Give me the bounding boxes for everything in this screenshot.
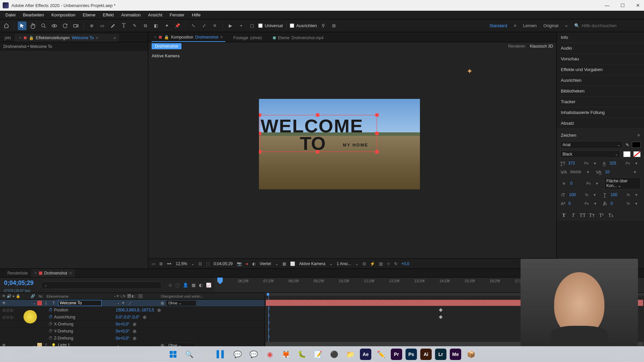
font-size-value[interactable]: 373: [568, 161, 582, 166]
stroke-color-swatch[interactable]: [623, 151, 631, 157]
footage-tab[interactable]: Footage (ohne): [231, 34, 265, 42]
taskbar-app[interactable]: 📝: [312, 348, 324, 361]
panel-menu-icon[interactable]: ≡: [637, 133, 640, 138]
stopwatch-icon[interactable]: ⏱: [49, 322, 53, 326]
fill-color-swatch[interactable]: [632, 142, 641, 148]
exposure-reset-icon[interactable]: ↻: [394, 261, 397, 266]
mask-icon[interactable]: 👓: [167, 261, 172, 266]
keyframe[interactable]: [439, 315, 442, 319]
pickwhip-icon[interactable]: ◎: [143, 315, 146, 319]
taskbar-app[interactable]: ▌▌: [215, 348, 228, 361]
vscale-value[interactable]: 100: [569, 192, 582, 197]
menu-effekt[interactable]: Effekt: [99, 12, 117, 18]
text-tool[interactable]: T: [119, 21, 128, 30]
panel-effects[interactable]: Effekte und Vorgaben: [557, 64, 644, 75]
hand-tool[interactable]: [29, 21, 37, 30]
property-row-yrotation[interactable]: ⏱Y-Drehung 0x+0,0° ◎: [0, 328, 265, 335]
timeline-comp-tab[interactable]: × Drohnenshot ≡: [31, 269, 75, 277]
lock-icon[interactable]: 🔒: [29, 36, 34, 40]
menu-ansicht[interactable]: Ansicht: [145, 12, 166, 18]
menu-bearbeiten[interactable]: Bearbeiten: [19, 12, 47, 18]
visibility-icon[interactable]: 👁: [2, 301, 6, 305]
snap-plus-icon[interactable]: +: [237, 21, 246, 30]
canvas-preview[interactable]: WELCOME TO MY HOME: [259, 99, 420, 189]
pan-behind-tool[interactable]: ⊕: [87, 21, 96, 30]
minimize-button[interactable]: —: [604, 3, 610, 8]
effect-controls-tab[interactable]: × 🔒 Effekteinstellungen Welcome To ≡ »: [14, 34, 119, 42]
frame-blend-icon[interactable]: ▦: [192, 283, 196, 288]
property-row-zrotation[interactable]: ⏱Z-Drehung 0x+0,0° ◎: [0, 335, 265, 342]
flowchart-icon[interactable]: ⊹: [387, 261, 390, 266]
project-tab[interactable]: jekt: [1, 34, 14, 42]
eraser-tool[interactable]: ◧: [152, 21, 160, 30]
pickwhip-icon[interactable]: ◎: [133, 322, 136, 326]
timeline-timecode[interactable]: 0;04;05;29 07378 (29.97 fps): [0, 278, 38, 293]
baseline-value[interactable]: 0: [569, 201, 582, 206]
close-icon[interactable]: ×: [19, 36, 21, 40]
hscale-value[interactable]: 100: [610, 192, 624, 197]
lightroom-icon[interactable]: Lr: [435, 349, 446, 360]
rotation-tool[interactable]: [61, 21, 69, 30]
tsume-value[interactable]: 0: [610, 201, 624, 206]
stroke-value[interactable]: 0: [570, 181, 584, 186]
start-button[interactable]: [167, 348, 179, 361]
font-style-dropdown[interactable]: Black ⌄: [560, 150, 621, 158]
illustrator-icon[interactable]: Ai: [420, 349, 432, 360]
align-checkbox[interactable]: [290, 23, 294, 28]
kerning-value[interactable]: Metrik: [570, 170, 584, 174]
tracking-value[interactable]: 10: [605, 170, 619, 174]
graph-editor-icon[interactable]: 📈: [206, 283, 211, 288]
teams-icon[interactable]: 💬: [231, 348, 244, 361]
chevron-down-icon[interactable]: ⌄: [329, 261, 333, 266]
magnification-icon[interactable]: ▭: [152, 261, 155, 266]
orbit-tool[interactable]: [50, 21, 59, 30]
timeline-icon[interactable]: ▤: [379, 261, 383, 266]
search-button[interactable]: 🔍: [183, 348, 196, 361]
selection-handle[interactable]: [316, 113, 319, 117]
task-view-button[interactable]: ⊞: [199, 348, 212, 361]
selection-handle[interactable]: [259, 113, 261, 117]
workspace-learn[interactable]: Lernen: [523, 23, 536, 28]
pickwhip-icon[interactable]: ◎: [133, 329, 136, 334]
zrotation-value[interactable]: 0x+0,0°: [116, 336, 129, 341]
faux-italic-button[interactable]: T: [570, 212, 577, 219]
camera-dropdown[interactable]: Aktive Kamera: [299, 261, 325, 266]
premiere-icon[interactable]: Pr: [391, 349, 402, 360]
selection-handle[interactable]: [375, 150, 379, 154]
property-row-orientation[interactable]: ◁◇▷ ⏱Ausrichtung 0,0°,0,0°,0,0° ◎: [0, 314, 265, 321]
layer-tab[interactable]: Ebene Drohnenshot.mp4: [270, 34, 326, 42]
keyframe[interactable]: [439, 308, 442, 312]
brush-tool[interactable]: ✎: [130, 21, 139, 30]
layer-color-chip[interactable]: [37, 301, 42, 305]
stopwatch-icon[interactable]: ⏱: [49, 315, 53, 319]
chevron-down-icon[interactable]: ⌄: [275, 261, 278, 266]
draft-3d-icon[interactable]: ⬚: [175, 283, 179, 288]
menu-komposition[interactable]: Komposition: [48, 12, 79, 18]
menu-fenster[interactable]: Fenster: [166, 12, 188, 18]
panel-preview[interactable]: Vorschau: [557, 54, 644, 64]
close-button[interactable]: ✕: [635, 3, 641, 8]
fast-preview-icon[interactable]: ⚡: [370, 261, 375, 266]
stopwatch-icon[interactable]: ⏱: [49, 308, 53, 312]
workspace-standard[interactable]: Standard: [489, 23, 507, 28]
yrotation-value[interactable]: 0x+0,0°: [116, 329, 129, 334]
light-gizmo-icon[interactable]: ✦: [467, 67, 473, 76]
stopwatch-icon[interactable]: ⏱: [49, 329, 53, 334]
clone-tool[interactable]: ⧉: [141, 21, 150, 30]
pickwhip-icon[interactable]: ◎: [133, 336, 136, 341]
roto-tool[interactable]: ✦: [162, 21, 171, 30]
pixel-aspect-icon[interactable]: ⊟: [363, 261, 366, 266]
layer-search-input[interactable]: [41, 282, 162, 289]
selection-tool[interactable]: [18, 21, 26, 30]
menu-ebene[interactable]: Ebene: [79, 12, 99, 18]
menu-datei[interactable]: Datei: [2, 12, 19, 18]
layer-row-1[interactable]: 👁 ⌄ 1 T ⬩✦／ ◎ Ohne ⌄: [0, 300, 265, 307]
views-dropdown[interactable]: 1 Ansi...: [337, 261, 351, 266]
panel-content-aware[interactable]: Inhaltsbasierte Füllung: [557, 107, 644, 118]
superscript-button[interactable]: T¹: [598, 212, 605, 219]
snapshot-icon[interactable]: 📷: [237, 261, 242, 266]
magnet-icon[interactable]: ⚲: [319, 21, 328, 30]
parent-dropdown[interactable]: Ohne ⌄: [166, 300, 196, 306]
font-family-dropdown[interactable]: Arial ⌄: [560, 141, 623, 148]
panel-libraries[interactable]: Bibliotheken: [557, 86, 644, 97]
